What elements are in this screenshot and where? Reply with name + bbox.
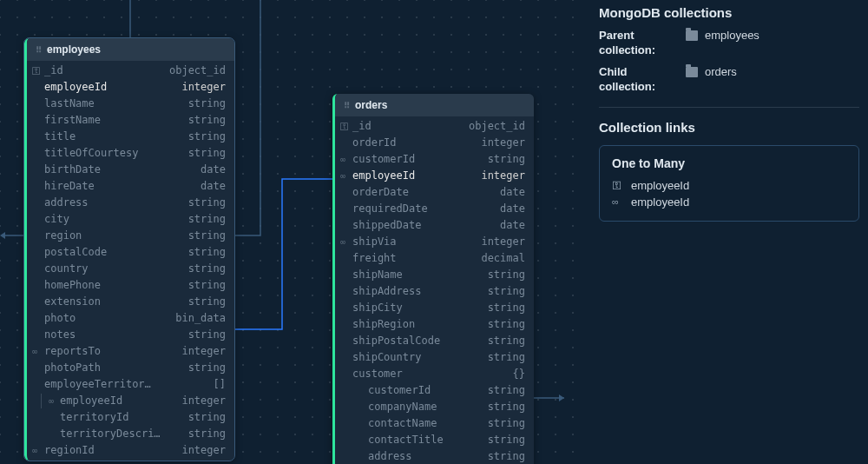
child-value: orders bbox=[705, 65, 737, 78]
field-name: homePhone bbox=[44, 278, 188, 293]
field-row[interactable]: homePhonestring bbox=[27, 277, 234, 294]
field-row[interactable]: contactNamestring bbox=[335, 415, 534, 432]
field-row[interactable]: shipPostalCodestring bbox=[335, 333, 534, 349]
key-icon: ⚿ bbox=[340, 119, 352, 134]
table-title: orders bbox=[355, 99, 387, 111]
link-icon: ∞ bbox=[340, 169, 352, 183]
field-row[interactable]: photobin_data bbox=[27, 310, 234, 327]
field-type: decimal bbox=[481, 251, 525, 266]
field-row[interactable]: regionstring bbox=[27, 228, 234, 244]
panel-heading: MongoDB collections bbox=[599, 5, 859, 20]
field-type: string bbox=[488, 433, 525, 447]
link-card[interactable]: One to Many ⚿ employeeId ∞ employeeId bbox=[599, 145, 859, 222]
field-name: freight bbox=[352, 251, 481, 266]
schema-canvas[interactable]: employees ⚿_idobject_idemployeeIdinteger… bbox=[0, 0, 582, 464]
field-row[interactable]: ∞regionIdinteger bbox=[27, 442, 234, 459]
field-type: integer bbox=[481, 235, 525, 249]
table-header-employees[interactable]: employees bbox=[27, 38, 234, 61]
field-type: string bbox=[488, 152, 525, 167]
field-row[interactable]: photoPathstring bbox=[27, 360, 234, 376]
field-row[interactable]: postalCodestring bbox=[27, 244, 234, 261]
field-row[interactable]: ∞shipViainteger bbox=[335, 234, 534, 250]
field-row[interactable]: countrystring bbox=[27, 261, 234, 277]
link-icon: ∞ bbox=[41, 394, 60, 408]
table-orders[interactable]: orders ⚿_idobject_idorderIdinteger∞custo… bbox=[332, 94, 534, 464]
field-type: string bbox=[188, 361, 226, 375]
field-row[interactable]: shipNamestring bbox=[335, 267, 534, 283]
field-row[interactable]: citystring bbox=[27, 211, 234, 228]
field-row[interactable]: employeeTerritor…[] bbox=[27, 376, 234, 393]
field-row[interactable]: ∞customerIdstring bbox=[335, 151, 534, 168]
field-row[interactable]: addressstring bbox=[335, 448, 534, 464]
link-card-title: One to Many bbox=[612, 156, 846, 170]
field-type: string bbox=[188, 278, 226, 293]
field-row[interactable]: territoryIdstring bbox=[27, 409, 234, 426]
connector-arrow-right bbox=[559, 394, 564, 401]
field-name: notes bbox=[44, 328, 188, 342]
drag-handle-icon[interactable] bbox=[344, 99, 350, 111]
field-row[interactable]: titlestring bbox=[27, 129, 234, 145]
field-row[interactable]: ∞employeeIdinteger bbox=[27, 393, 234, 409]
field-row[interactable]: addressstring bbox=[27, 195, 234, 211]
field-name: companyName bbox=[368, 400, 488, 414]
field-type: date bbox=[201, 162, 226, 177]
field-row[interactable]: notesstring bbox=[27, 327, 234, 343]
field-row[interactable]: orderIdinteger bbox=[335, 135, 534, 151]
field-type: string bbox=[188, 427, 226, 441]
field-type: string bbox=[488, 284, 525, 299]
field-row[interactable]: customer{} bbox=[335, 366, 534, 382]
field-name: titleOfCourtesy bbox=[44, 146, 188, 161]
field-row[interactable]: freightdecimal bbox=[335, 250, 534, 267]
field-row[interactable]: requiredDatedate bbox=[335, 201, 534, 217]
table-employees[interactable]: employees ⚿_idobject_idemployeeIdinteger… bbox=[24, 38, 234, 461]
field-type: date bbox=[500, 185, 525, 200]
field-name: postalCode bbox=[44, 245, 188, 260]
field-row[interactable]: ⚿_idobject_id bbox=[27, 63, 234, 79]
field-row[interactable]: companyNamestring bbox=[335, 399, 534, 415]
field-type: string bbox=[488, 301, 525, 315]
field-type: date bbox=[500, 218, 525, 233]
field-row[interactable]: shipRegionstring bbox=[335, 316, 534, 333]
drag-handle-icon[interactable] bbox=[36, 43, 42, 56]
parent-label: Parent collection: bbox=[599, 29, 686, 58]
table-header-orders[interactable]: orders bbox=[335, 94, 534, 116]
field-name: territoryId bbox=[60, 410, 188, 425]
field-row[interactable]: shipCitystring bbox=[335, 300, 534, 316]
field-type: string bbox=[488, 350, 525, 365]
field-row[interactable]: extensionstring bbox=[27, 294, 234, 310]
field-row[interactable]: shipCountrystring bbox=[335, 349, 534, 366]
field-name: shipAddress bbox=[352, 284, 488, 299]
field-row[interactable]: shippedDatedate bbox=[335, 217, 534, 234]
field-row[interactable]: titleOfCourtesystring bbox=[27, 145, 234, 162]
field-type: string bbox=[488, 268, 525, 282]
field-name: reportsTo bbox=[44, 344, 181, 359]
field-row[interactable]: shipAddressstring bbox=[335, 283, 534, 300]
field-row[interactable]: territoryDescri…string bbox=[27, 426, 234, 442]
field-row[interactable]: employeeIdinteger bbox=[27, 79, 234, 96]
field-row[interactable]: ⚿_idobject_id bbox=[335, 118, 534, 135]
field-name: firstName bbox=[44, 113, 188, 128]
folder-icon bbox=[686, 67, 698, 77]
field-type: integer bbox=[181, 344, 226, 359]
field-row[interactable]: hireDatedate bbox=[27, 178, 234, 195]
field-row[interactable]: ∞reportsTointeger bbox=[27, 343, 234, 360]
field-name: extension bbox=[44, 295, 188, 309]
field-row[interactable]: contactTitlestring bbox=[335, 432, 534, 448]
field-name: employeeId bbox=[60, 394, 181, 408]
field-type: string bbox=[188, 146, 226, 161]
field-row[interactable]: customerIdstring bbox=[335, 382, 534, 399]
field-type: string bbox=[188, 328, 226, 342]
field-name: shipPostalCode bbox=[352, 334, 488, 348]
field-row[interactable]: lastNamestring bbox=[27, 96, 234, 112]
field-row[interactable]: birthDatedate bbox=[27, 162, 234, 178]
key-icon: ⚿ bbox=[612, 180, 624, 190]
field-name: shipVia bbox=[352, 235, 481, 249]
field-name: employeeTerritor… bbox=[44, 377, 214, 392]
field-row[interactable]: ∞employeeIdinteger bbox=[335, 168, 534, 184]
link-pk-name: employeeId bbox=[631, 179, 689, 192]
field-row[interactable]: orderDatedate bbox=[335, 184, 534, 201]
field-name: birthDate bbox=[44, 162, 201, 177]
field-type: string bbox=[188, 262, 226, 276]
field-type: {} bbox=[513, 367, 525, 381]
field-row[interactable]: firstNamestring bbox=[27, 112, 234, 129]
